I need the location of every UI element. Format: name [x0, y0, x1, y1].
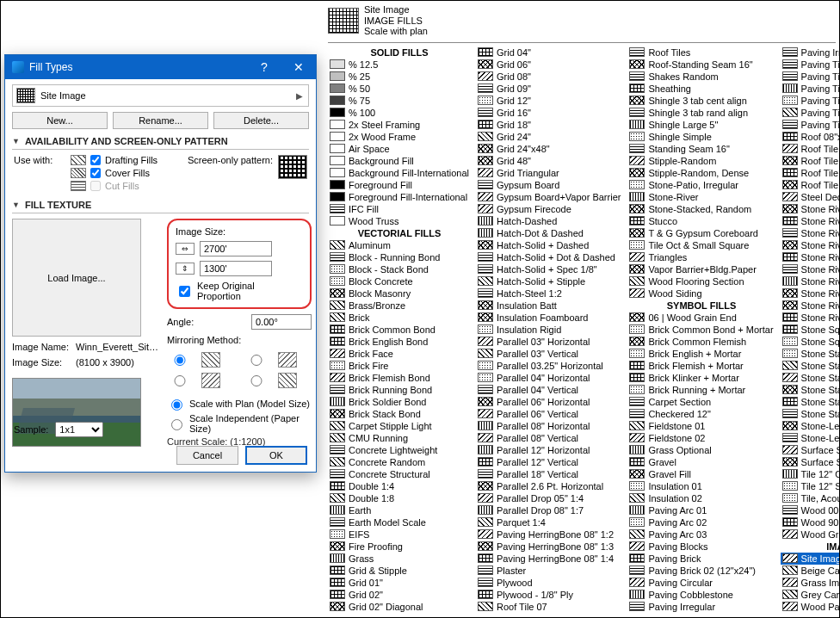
- list-item[interactable]: Gravel: [627, 456, 775, 468]
- list-item[interactable]: Earth Model Scale: [328, 516, 471, 528]
- list-item[interactable]: Brick Running + Mortar: [627, 384, 775, 396]
- list-item[interactable]: Hatch-Solid + Dot & Dashed: [476, 251, 622, 263]
- list-item[interactable]: Parallel 06" Vertical: [476, 408, 622, 420]
- titlebar[interactable]: Fill Types ? ✕: [5, 55, 316, 79]
- list-item[interactable]: Carpet Stipple Light: [328, 420, 471, 432]
- list-item[interactable]: Grid & Stipple: [328, 565, 471, 577]
- list-item[interactable]: Concrete Lightweight: [328, 444, 471, 456]
- list-item[interactable]: Parallel 2.6 Pt. Horizontal: [476, 480, 622, 492]
- scale-plan-radio[interactable]: [171, 399, 182, 411]
- list-item[interactable]: Paving HerringBone 08" 1:4: [476, 553, 622, 565]
- list-item[interactable]: Triangles: [627, 251, 775, 263]
- list-item[interactable]: T & G Gypsum Coreboard: [627, 227, 775, 239]
- list-item[interactable]: Paving Irregular: [781, 46, 839, 59]
- list-item[interactable]: Air Space: [328, 143, 471, 155]
- list-item[interactable]: Grid 24"x48": [476, 143, 622, 155]
- list-item[interactable]: Parallel 18" Vertical: [476, 468, 622, 480]
- list-item[interactable]: Stone-Patio, Irregular: [627, 179, 775, 191]
- list-item[interactable]: Tile, Acoustical Ceiling Section: [781, 492, 839, 504]
- list-item[interactable]: Plywood - 1/8" Ply: [476, 589, 622, 601]
- list-item[interactable]: Surface Stone 1: [781, 444, 839, 456]
- list-item[interactable]: Stone River Small 01: [781, 287, 839, 300]
- list-item[interactable]: Concrete Random: [328, 456, 471, 468]
- load-image-button[interactable]: Load Image...: [12, 219, 141, 337]
- help-button[interactable]: ?: [247, 55, 281, 79]
- list-item[interactable]: Wood Truss: [328, 215, 471, 227]
- angle-input[interactable]: [251, 314, 312, 330]
- sample-select[interactable]: 1x1: [55, 422, 103, 437]
- list-item[interactable]: Parallel 04" Vertical: [476, 384, 622, 396]
- list-item[interactable]: % 50: [328, 83, 471, 95]
- list-item[interactable]: Checkered 12": [627, 408, 775, 420]
- list-item[interactable]: Grid 02": [328, 589, 471, 601]
- height-input[interactable]: [200, 261, 272, 276]
- list-item[interactable]: Stone-River: [627, 191, 775, 203]
- list-item[interactable]: Parallel 06" Horizontal: [476, 396, 622, 408]
- list-item[interactable]: % 100: [328, 107, 471, 119]
- list-item[interactable]: Stone River XLarge 02: [781, 312, 839, 324]
- list-item[interactable]: Stone River Medium 03: [781, 263, 839, 275]
- list-item[interactable]: Paving HerringBone 08" 1:3: [476, 541, 622, 553]
- list-item[interactable]: Aluminum: [328, 239, 471, 251]
- list-item[interactable]: 06 | Wood Grain End: [627, 312, 775, 324]
- list-item[interactable]: Paving Arc 03: [627, 528, 775, 541]
- list-item[interactable]: Roof Tile 09: [781, 155, 839, 167]
- new-button[interactable]: New...: [12, 112, 108, 129]
- list-item[interactable]: 2x Wood Frame: [328, 131, 471, 143]
- list-item[interactable]: Parallel 04" Horizontal: [476, 372, 622, 384]
- scale-indep-radio[interactable]: [171, 419, 182, 430]
- list-item[interactable]: Stone Square Tiled Large 01: [781, 324, 839, 336]
- list-item[interactable]: Shakes Random: [627, 71, 775, 83]
- list-item[interactable]: Site Image: [781, 553, 839, 565]
- list-item[interactable]: Roof Tile 01: [781, 143, 839, 155]
- list-item[interactable]: Tile 12" Stone: [781, 480, 839, 492]
- list-item[interactable]: Steel Deck Section: [781, 191, 839, 203]
- list-item[interactable]: Paving Tile Square Offset 01: [781, 119, 839, 131]
- list-item[interactable]: Block Masonry: [328, 287, 471, 300]
- list-item[interactable]: Grid 01": [328, 577, 471, 589]
- list-item[interactable]: Paving Tile Patio 02: [781, 83, 839, 95]
- section-availability-header[interactable]: ▼ AVAILABILITY AND SCREEN-ONLY PATTERN: [12, 136, 309, 150]
- list-item[interactable]: Grass: [328, 553, 471, 565]
- list-item[interactable]: Background Fill: [328, 155, 471, 167]
- list-item[interactable]: IFC Fill: [328, 203, 471, 215]
- list-item[interactable]: Roof 08"x12" Shakes: [781, 131, 839, 143]
- list-item[interactable]: Sheathing: [627, 83, 775, 95]
- list-item[interactable]: Surface Stone 2: [781, 456, 839, 468]
- fill-selector[interactable]: Site Image ▶: [12, 84, 309, 107]
- mirror-option-1[interactable]: [167, 355, 193, 366]
- list-item[interactable]: Grid 06": [476, 59, 622, 71]
- list-item[interactable]: Parallel Drop 05" 1:4: [476, 492, 622, 504]
- list-item[interactable]: Insulation Batt: [476, 300, 622, 312]
- list-item[interactable]: Paving Irregular: [627, 601, 775, 613]
- list-item[interactable]: Paving Brick: [627, 553, 775, 565]
- list-item[interactable]: Hatch-Solid + Dashed: [476, 239, 622, 251]
- list-item[interactable]: Brick Fire: [328, 360, 471, 372]
- list-item[interactable]: Stone Square Tiled Medium 02: [781, 336, 839, 348]
- list-item[interactable]: Paving Circular: [627, 577, 775, 589]
- list-item[interactable]: Double 1:4: [328, 480, 471, 492]
- list-item[interactable]: Stone Stacked Small 02: [781, 408, 839, 420]
- list-item[interactable]: Shingle 3 tab rand align: [627, 107, 775, 119]
- list-item[interactable]: Paving HerringBone 08" 1:2: [476, 528, 622, 541]
- list-item[interactable]: Roof Tile 07: [476, 601, 622, 613]
- list-item[interactable]: Brick Soldier Bond: [328, 396, 471, 408]
- list-item[interactable]: Wood Siding: [627, 287, 775, 300]
- list-item[interactable]: % 25: [328, 71, 471, 83]
- list-item[interactable]: Roof Tile 1-piece mission: [781, 179, 839, 191]
- list-item[interactable]: Foreground Fill: [328, 179, 471, 191]
- list-item[interactable]: Brick Common Flemish: [627, 336, 775, 348]
- list-item[interactable]: Standing Seam 16": [627, 143, 775, 155]
- list-item[interactable]: Hatch-Dashed: [476, 215, 622, 227]
- list-item[interactable]: Paving Brick 02 (12"x24"): [627, 565, 775, 577]
- list-item[interactable]: Hatch-Solid + Stipple: [476, 275, 622, 287]
- list-item[interactable]: Parallel 03" Vertical: [476, 348, 622, 360]
- screen-only-pattern-button[interactable]: [278, 155, 307, 179]
- list-item[interactable]: Brick Common Bond + Mortar: [627, 324, 775, 336]
- list-item[interactable]: Wood 90: [781, 516, 839, 528]
- list-item[interactable]: Grid 04": [476, 46, 622, 59]
- rename-button[interactable]: Rename...: [113, 112, 208, 129]
- list-item[interactable]: Background Fill-International: [328, 167, 471, 179]
- list-item[interactable]: CMU Running: [328, 432, 471, 444]
- list-item[interactable]: Insulation Foamboard: [476, 312, 622, 324]
